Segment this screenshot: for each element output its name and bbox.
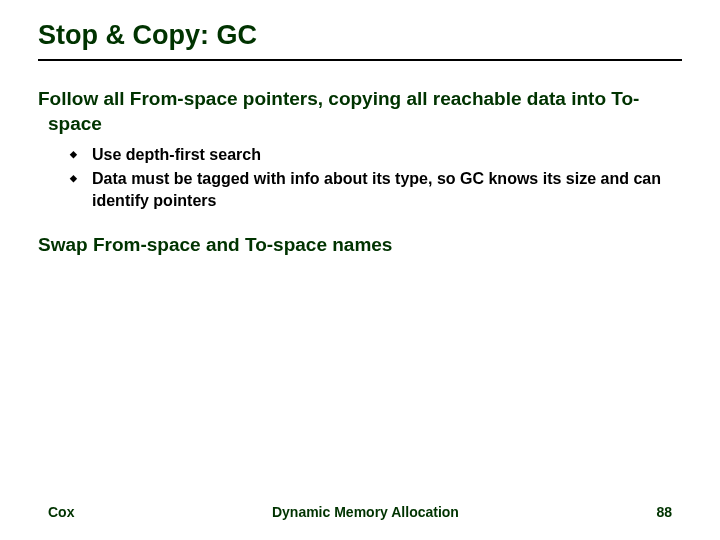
sub-list: Use depth-first search Data must be tagg…	[70, 144, 682, 211]
footer-title: Dynamic Memory Allocation	[272, 504, 459, 520]
page-number: 88	[656, 504, 672, 520]
slide: Stop & Copy: GC Follow all From-space po…	[0, 0, 720, 540]
main-point: Swap From-space and To-space names	[38, 233, 682, 258]
list-item: Data must be tagged with info about its …	[70, 168, 682, 211]
list-item: Use depth-first search	[70, 144, 682, 166]
main-point: Follow all From-space pointers, copying …	[38, 87, 682, 136]
slide-title: Stop & Copy: GC	[38, 20, 682, 61]
slide-footer: Cox Dynamic Memory Allocation 88	[0, 504, 720, 520]
footer-author: Cox	[48, 504, 74, 520]
